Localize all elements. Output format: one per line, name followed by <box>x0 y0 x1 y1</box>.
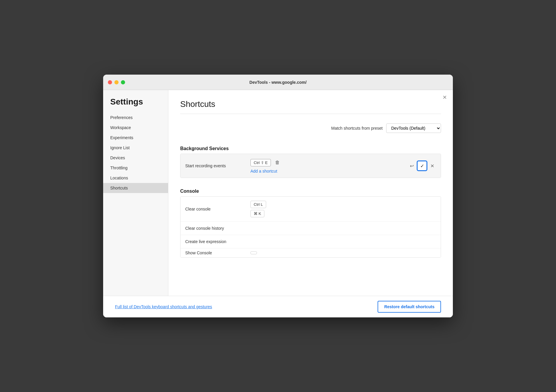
sidebar-item-throttling[interactable]: Throttling <box>103 163 168 173</box>
shortcut-group-console: Clear console Ctrl L ⌘ K Clear console h… <box>180 196 441 258</box>
cancel-edit-button[interactable]: ✕ <box>429 161 436 171</box>
traffic-lights <box>108 80 125 84</box>
sidebar: Settings Preferences Workspace Experimen… <box>103 90 168 296</box>
shortcut-keys-start-recording: Ctrl ⇧ E 🗑 Add a shortcut <box>250 158 408 173</box>
delete-shortcut-button[interactable]: 🗑 <box>273 158 282 167</box>
section-title-console: Console <box>180 185 441 194</box>
preset-label: Match shortcuts from preset <box>331 126 383 131</box>
shortcut-row-clear-console-history: Clear console history <box>180 222 441 235</box>
close-traffic-light[interactable] <box>108 80 112 84</box>
shortcut-row-show-console: Show Console <box>180 248 441 257</box>
shortcut-row-create-live-expression: Create live expression <box>180 235 441 248</box>
key-badge-ctrl-l: Ctrl L <box>250 201 266 208</box>
shortcut-name-start-recording: Start recording events <box>185 163 250 168</box>
shortcut-keys-show-console <box>250 251 436 254</box>
close-button[interactable]: ✕ <box>442 95 447 100</box>
sidebar-item-workspace[interactable]: Workspace <box>103 123 168 133</box>
devtools-window: DevTools - www.google.com/ Settings Pref… <box>103 75 453 317</box>
sidebar-item-preferences[interactable]: Preferences <box>103 113 168 123</box>
shortcut-name-clear-console: Clear console <box>185 207 250 211</box>
content-area: Settings Preferences Workspace Experimen… <box>103 90 453 296</box>
shortcut-key-row-cmd-k: ⌘ K <box>250 210 436 217</box>
sidebar-item-experiments[interactable]: Experiments <box>103 133 168 143</box>
undo-icon: ↩ <box>410 163 414 169</box>
titlebar: DevTools - www.google.com/ <box>103 75 453 90</box>
confirm-button[interactable]: ✓ <box>417 160 427 171</box>
shortcut-name-create-live-expression: Create live expression <box>185 239 250 244</box>
section-title-background-services: Background Services <box>180 142 441 151</box>
key-badge-cmd-k: ⌘ K <box>250 210 264 217</box>
shortcut-keys-clear-console: Ctrl L ⌘ K <box>250 201 436 217</box>
key-badge-show-console <box>250 251 257 254</box>
shortcut-name-clear-console-history: Clear console history <box>185 226 250 231</box>
cancel-icon: ✕ <box>430 163 434 169</box>
shortcut-actions-start-recording: ↩ ✓ ✕ <box>408 160 436 171</box>
sidebar-item-shortcuts[interactable]: Shortcuts <box>103 183 168 193</box>
main-content: ✕ Shortcuts Match shortcuts from preset … <box>168 90 453 296</box>
sidebar-item-devices[interactable]: Devices <box>103 153 168 163</box>
window-title: DevTools - www.google.com/ <box>250 80 307 85</box>
shortcut-group-background-services: Start recording events Ctrl ⇧ E 🗑 Add a … <box>180 154 441 178</box>
shortcut-row-start-recording: Start recording events Ctrl ⇧ E 🗑 Add a … <box>180 154 441 178</box>
checkmark-icon: ✓ <box>420 163 424 169</box>
trash-icon: 🗑 <box>275 160 280 165</box>
add-shortcut-link[interactable]: Add a shortcut <box>250 169 277 173</box>
shortcut-name-show-console: Show Console <box>185 250 250 255</box>
shortcut-key-row-show-console <box>250 251 436 254</box>
page-title: Shortcuts <box>180 99 441 109</box>
sidebar-item-locations[interactable]: Locations <box>103 173 168 183</box>
title-divider <box>180 114 441 114</box>
minimize-traffic-light[interactable] <box>114 80 119 84</box>
undo-button[interactable]: ↩ <box>408 161 416 171</box>
shortcut-key-row-ctrl-l: Ctrl L <box>250 201 436 208</box>
shortcut-add-row: Add a shortcut <box>250 169 408 173</box>
preset-row: Match shortcuts from preset DevTools (De… <box>180 123 441 133</box>
shortcut-row-clear-console: Clear console Ctrl L ⌘ K <box>180 197 441 222</box>
footer: Full list of DevTools keyboard shortcuts… <box>103 296 453 317</box>
sidebar-item-ignore-list[interactable]: Ignore List <box>103 143 168 153</box>
preset-select[interactable]: DevTools (Default) Visual Studio Code <box>386 123 441 133</box>
shortcut-key-row-1: Ctrl ⇧ E 🗑 <box>250 158 408 167</box>
maximize-traffic-light[interactable] <box>121 80 125 84</box>
key-badge-ctrl-shift-e: Ctrl ⇧ E <box>250 159 271 166</box>
sidebar-title: Settings <box>103 97 168 113</box>
restore-defaults-button[interactable]: Restore default shortcuts <box>378 301 441 313</box>
full-list-link[interactable]: Full list of DevTools keyboard shortcuts… <box>115 304 212 309</box>
